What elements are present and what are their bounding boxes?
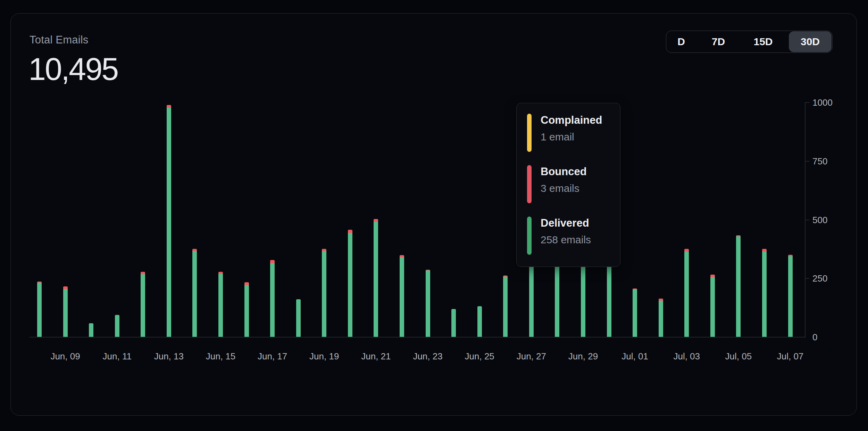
bar-day-19[interactable] — [503, 276, 508, 337]
range-option-30d[interactable]: 30D — [789, 31, 832, 52]
bar-day-27[interactable] — [710, 275, 715, 337]
x-axis-label: Jun, 15 — [198, 351, 243, 362]
bar-segment-delivered — [63, 289, 68, 337]
y-axis-label: 250 — [812, 273, 840, 284]
bar-segment-delivered — [762, 252, 767, 337]
bar-day-18[interactable] — [477, 306, 482, 337]
x-axis-label: Jul, 07 — [768, 351, 813, 362]
bar-day-3[interactable] — [89, 323, 93, 338]
bar-day-9[interactable] — [244, 282, 249, 337]
bar-segment-delivered — [659, 301, 663, 337]
bar-segment-delivered — [348, 233, 352, 337]
range-option-d[interactable]: D — [666, 31, 696, 52]
x-axis-label: Jun, 25 — [457, 351, 502, 362]
bar-day-28[interactable] — [736, 235, 741, 337]
total-emails-value: 10,495 — [28, 51, 118, 87]
y-axis-label: 750 — [812, 156, 840, 167]
bar-segment-delivered — [477, 306, 482, 337]
bar-segment-bounced — [684, 249, 689, 252]
bar-day-7[interactable] — [192, 249, 197, 337]
bar-day-10[interactable] — [270, 260, 275, 337]
bar-segment-delivered — [400, 257, 404, 337]
total-emails-label: Total Emails — [30, 34, 89, 46]
x-axis-label: Jul, 01 — [612, 351, 658, 362]
tooltip-item-text: Complained1 email — [541, 114, 602, 152]
bar-day-17[interactable] — [451, 309, 456, 337]
bar-segment-bounced — [710, 275, 715, 277]
y-axis-tick — [805, 161, 809, 162]
bar-day-24[interactable] — [633, 288, 637, 337]
y-axis-tick — [805, 102, 809, 103]
bar-segment-delivered — [322, 251, 326, 337]
y-axis-tick — [805, 278, 809, 279]
tooltip-item-label: Delivered — [541, 217, 591, 229]
x-axis-label: Jun, 13 — [146, 351, 191, 362]
bar-segment-delivered — [426, 270, 430, 337]
x-axis-label: Jul, 05 — [716, 351, 761, 362]
bar-day-22[interactable] — [581, 262, 585, 337]
bar-segment-delivered — [607, 266, 611, 337]
bar-segment-delivered — [736, 236, 741, 337]
bar-segment-bounced — [322, 249, 326, 251]
delivered-swatch-icon — [527, 217, 532, 255]
y-axis-tick — [805, 220, 809, 220]
tooltip-item-value: 258 emails — [541, 234, 591, 246]
bar-segment-delivered — [555, 260, 559, 337]
bar-day-30[interactable] — [788, 255, 793, 337]
bar-day-8[interactable] — [218, 272, 223, 337]
bar-day-23[interactable] — [607, 264, 611, 337]
y-axis-label: 500 — [812, 215, 840, 226]
x-axis-label: Jun, 29 — [560, 351, 606, 362]
tooltip-item-text: Bounced3 emails — [541, 165, 587, 203]
bar-day-2[interactable] — [63, 286, 68, 337]
bar-day-16[interactable] — [426, 270, 430, 337]
y-axis-label: 1000 — [812, 97, 840, 108]
bar-segment-delivered — [451, 309, 456, 337]
bar-segment-bounced — [659, 299, 663, 301]
bar-segment-bounced — [348, 230, 352, 233]
bar-day-20[interactable] — [529, 264, 534, 337]
bar-segment-bounced — [270, 260, 275, 263]
bar-day-14[interactable] — [374, 219, 378, 337]
bar-segment-bounced — [244, 282, 249, 285]
x-axis-label: Jun, 23 — [405, 351, 450, 362]
x-axis-label: Jul, 03 — [664, 351, 709, 362]
bar-day-21[interactable] — [555, 258, 559, 337]
bar-day-11[interactable] — [296, 299, 301, 337]
tooltip-item-complained: Complained1 email — [527, 114, 620, 152]
bar-segment-delivered — [192, 251, 197, 337]
bar-segment-bounced — [192, 249, 197, 251]
tooltip-item-label: Bounced — [541, 166, 587, 178]
chart-tooltip: Complained1 emailBounced3 emailsDelivere… — [516, 103, 620, 267]
y-axis-label: 0 — [812, 332, 840, 343]
bar-day-5[interactable] — [141, 272, 145, 337]
x-axis-label: Jun, 09 — [43, 351, 88, 362]
bar-segment-delivered — [141, 274, 145, 337]
dashboard-page: Total Emails 10,495 D7D15D30D 0250500750… — [0, 0, 868, 431]
bar-day-25[interactable] — [659, 299, 663, 337]
bar-segment-bounced — [374, 219, 378, 222]
range-option-15d[interactable]: 15D — [741, 31, 786, 52]
bar-segment-delivered — [270, 263, 275, 337]
tooltip-item-label: Complained — [541, 114, 602, 126]
bar-day-12[interactable] — [322, 249, 326, 337]
bar-segment-delivered — [529, 266, 534, 337]
bar-day-4[interactable] — [115, 315, 119, 337]
tooltip-item-value: 1 email — [541, 131, 602, 143]
bar-day-1[interactable] — [37, 282, 42, 337]
tooltip-item-bounced: Bounced3 emails — [527, 165, 620, 203]
bar-day-29[interactable] — [762, 249, 767, 337]
bar-segment-delivered — [710, 277, 715, 337]
x-axis-line — [30, 337, 805, 338]
bar-day-13[interactable] — [348, 230, 352, 337]
bar-day-26[interactable] — [684, 249, 689, 337]
range-option-7d[interactable]: 7D — [696, 31, 741, 52]
tooltip-item-value: 3 emails — [541, 182, 587, 194]
bar-day-15[interactable] — [400, 255, 404, 337]
x-axis-label: Jun, 11 — [94, 351, 140, 362]
bar-day-6[interactable] — [167, 105, 171, 337]
x-axis-label: Jun, 19 — [302, 351, 347, 362]
bar-segment-delivered — [503, 277, 508, 337]
bar-segment-delivered — [167, 108, 171, 337]
bar-segment-delivered — [788, 256, 793, 337]
